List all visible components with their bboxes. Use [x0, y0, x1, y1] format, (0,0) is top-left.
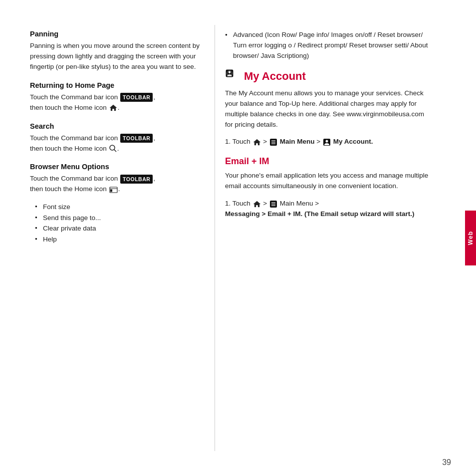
- mainmenu-icon-1: [269, 138, 277, 146]
- browser-text2: then touch the Home icon: [30, 185, 107, 193]
- home-icon-3: [253, 201, 261, 208]
- email-step1-arrow2: >: [315, 200, 319, 207]
- home-icon-2: [253, 139, 261, 146]
- browser-text1: Touch the Command bar icon: [30, 175, 120, 182]
- email-im-step1: 1. Touch > Main Menu > Messaging > Email…: [225, 199, 430, 220]
- web-sidebar-tab: Web: [465, 211, 476, 265]
- right-column: Advanced (Icon Row/ Page info/ Images on…: [215, 20, 445, 456]
- panning-heading: Panning: [30, 30, 200, 38]
- svg-line-2: [114, 150, 116, 152]
- svg-rect-5: [110, 190, 112, 192]
- toolbar-badge-1: TOOLBAR: [120, 93, 153, 102]
- search-icon-1: [109, 145, 117, 152]
- mainmenu-icon-2: [269, 200, 277, 208]
- my-account-body: The My Account menu allows you to manage…: [225, 88, 430, 130]
- browser-menu-section: Browser Menu Options Touch the Command b…: [30, 163, 200, 244]
- returning-text1: Touch the Command bar icon: [30, 93, 120, 101]
- browser-icon-1: [109, 186, 118, 193]
- list-item: Clear private data: [35, 223, 200, 234]
- email-im-body: Your phone's email application lets you …: [225, 171, 430, 192]
- my-account-title: My Account: [244, 70, 306, 83]
- step1-acc: My Account.: [333, 138, 373, 145]
- browser-menu-heading: Browser Menu Options: [30, 163, 200, 171]
- search-heading: Search: [30, 122, 200, 130]
- browser-menu-body: Touch the Command bar icon TOOLBAR, then…: [30, 174, 200, 195]
- email-step1-mainmenu: Main Menu: [280, 200, 313, 207]
- search-text1: Touch the Command bar icon: [30, 134, 120, 142]
- step1-arrow1: >: [263, 138, 269, 145]
- svg-point-15: [325, 140, 328, 142]
- email-step1-arrow1: >: [263, 200, 269, 207]
- page-number: 39: [442, 458, 451, 467]
- step1-pre: 1. Touch: [225, 138, 250, 145]
- my-account-step1: 1. Touch > Main Menu >: [225, 137, 430, 147]
- returning-text2: then touch the Home icon: [30, 104, 107, 111]
- account-icon-inline: [323, 138, 331, 146]
- panning-body: Panning is when you move around the scre…: [30, 41, 200, 72]
- svg-marker-16: [253, 201, 260, 207]
- left-column: Panning Panning is when you move around …: [0, 20, 215, 456]
- search-section: Search Touch the Command bar icon TOOLBA…: [30, 122, 200, 154]
- returning-section: Returning to Home Page Touch the Command…: [30, 81, 200, 113]
- list-item: Send this page to...: [35, 213, 200, 224]
- svg-marker-9: [253, 139, 260, 145]
- returning-heading: Returning to Home Page: [30, 81, 200, 89]
- email-im-heading: Email + IM: [225, 156, 430, 167]
- svg-point-7: [229, 71, 231, 73]
- search-body: Touch the Command bar icon TOOLBAR, then…: [30, 133, 200, 154]
- browser-menu-list: Font size Send this page to... Clear pri…: [30, 202, 200, 244]
- step1-mainmenu: Main Menu: [280, 138, 315, 145]
- panning-section: Panning Panning is when you move around …: [30, 30, 200, 72]
- returning-body: Touch the Command bar icon TOOLBAR, then…: [30, 92, 200, 113]
- my-account-heading-block: My Account: [225, 69, 430, 83]
- home-icon-1: [109, 104, 117, 111]
- account-icon-heading: [226, 69, 239, 83]
- step1-arrow2: >: [316, 138, 322, 145]
- toolbar-badge-2: TOOLBAR: [120, 134, 153, 143]
- sidebar-tab-label: Web: [467, 231, 474, 245]
- list-item: Font size: [35, 202, 200, 213]
- svg-marker-0: [110, 105, 117, 111]
- toolbar-badge-3: TOOLBAR: [120, 175, 153, 184]
- advanced-bullet: Advanced (Icon Row/ Page info/ Images on…: [225, 30, 430, 61]
- list-item: Help: [35, 234, 200, 245]
- email-step1-text: Messaging > Email + IM. (The Email setup…: [225, 210, 415, 218]
- search-text2: then touch the Home icon: [30, 145, 107, 152]
- email-step1-pre: 1. Touch: [225, 200, 250, 207]
